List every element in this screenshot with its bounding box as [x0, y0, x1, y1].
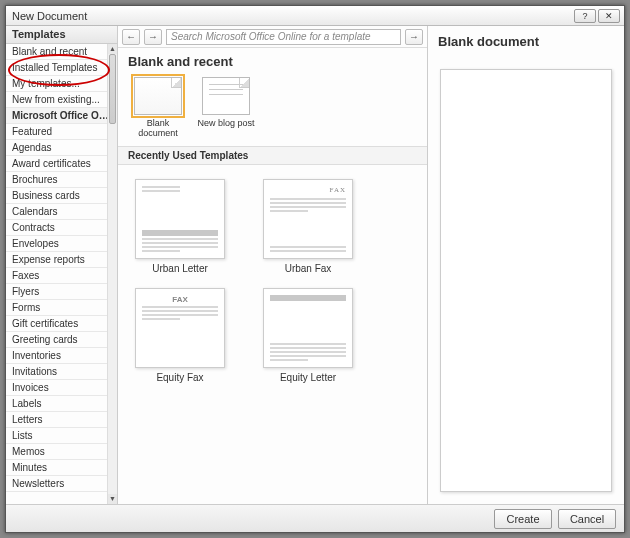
footer: Create Cancel [6, 504, 624, 532]
back-button[interactable]: ← [122, 29, 140, 45]
sidebar-item[interactable]: Faxes [6, 268, 117, 284]
main-header: Blank and recent [118, 48, 427, 73]
main-panel: ← → Search Microsoft Office Online for a… [118, 26, 428, 504]
help-button[interactable]: ? [574, 9, 596, 23]
tile-row: Blank documentNew blog post [118, 73, 427, 146]
go-button[interactable]: → [405, 29, 423, 45]
titlebar: New Document ? ✕ [6, 6, 624, 26]
recent-header: Recently Used Templates [118, 146, 427, 165]
sidebar-item[interactable]: Invoices [6, 380, 117, 396]
sidebar-header: Templates [6, 26, 117, 44]
forward-button[interactable]: → [144, 29, 162, 45]
sidebar-item[interactable]: Newsletters [6, 476, 117, 492]
sidebar-scrollbar[interactable]: ▲ ▼ [107, 44, 117, 504]
sidebar-item[interactable]: Featured [6, 124, 117, 140]
create-button[interactable]: Create [494, 509, 552, 529]
preview-page [440, 69, 612, 492]
preview-panel: Blank document [428, 26, 624, 504]
tile[interactable]: New blog post [196, 77, 256, 138]
sidebar-item[interactable]: Flyers [6, 284, 117, 300]
sidebar-item[interactable]: Installed Templates [6, 60, 117, 76]
sidebar-item[interactable]: Gift certificates [6, 316, 117, 332]
sidebar-item[interactable]: Inventories [6, 348, 117, 364]
sidebar-item[interactable]: Brochures [6, 172, 117, 188]
sidebar-item[interactable]: Envelopes [6, 236, 117, 252]
sidebar-item[interactable]: Contracts [6, 220, 117, 236]
sidebar-item[interactable]: Expense reports [6, 252, 117, 268]
window-title: New Document [12, 10, 87, 22]
scroll-down-arrow[interactable]: ▼ [108, 494, 117, 504]
sidebar-item[interactable]: Minutes [6, 460, 117, 476]
sidebar-item[interactable]: Blank and recent [6, 44, 117, 60]
scroll-up-arrow[interactable]: ▲ [108, 44, 117, 54]
sidebar-item[interactable]: Lists [6, 428, 117, 444]
sidebar-item[interactable]: Calendars [6, 204, 117, 220]
sidebar-item[interactable]: New from existing... [6, 92, 117, 108]
search-input[interactable]: Search Microsoft Office Online for a tem… [166, 29, 401, 45]
sidebar-item[interactable]: Award certificates [6, 156, 117, 172]
new-document-dialog: New Document ? ✕ Templates Blank and rec… [5, 5, 625, 533]
sidebar-item[interactable]: Labels [6, 396, 117, 412]
sidebar-item[interactable]: Greeting cards [6, 332, 117, 348]
template-item[interactable]: Equity Letter [258, 288, 358, 383]
close-button[interactable]: ✕ [598, 9, 620, 23]
sidebar-item[interactable]: Forms [6, 300, 117, 316]
sidebar-item[interactable]: Invitations [6, 364, 117, 380]
sidebar-list: Blank and recentInstalled TemplatesMy te… [6, 44, 117, 504]
sidebar-item[interactable]: Agendas [6, 140, 117, 156]
sidebar-item[interactable]: Letters [6, 412, 117, 428]
template-grid: Urban LetterFAXUrban FaxFAXEquity FaxEqu… [118, 165, 427, 397]
tile[interactable]: Blank document [128, 77, 188, 138]
template-item[interactable]: Urban Letter [130, 179, 230, 274]
preview-header: Blank document [436, 34, 616, 49]
template-item[interactable]: FAXEquity Fax [130, 288, 230, 383]
scroll-thumb[interactable] [109, 54, 116, 124]
sidebar-item[interactable]: Memos [6, 444, 117, 460]
cancel-button[interactable]: Cancel [558, 509, 616, 529]
sidebar-item[interactable]: Microsoft Office Online [6, 108, 117, 124]
sidebar-item[interactable]: Business cards [6, 188, 117, 204]
toolbar: ← → Search Microsoft Office Online for a… [118, 26, 427, 48]
sidebar: Templates Blank and recentInstalled Temp… [6, 26, 118, 504]
template-item[interactable]: FAXUrban Fax [258, 179, 358, 274]
sidebar-item[interactable]: My templates... [6, 76, 117, 92]
